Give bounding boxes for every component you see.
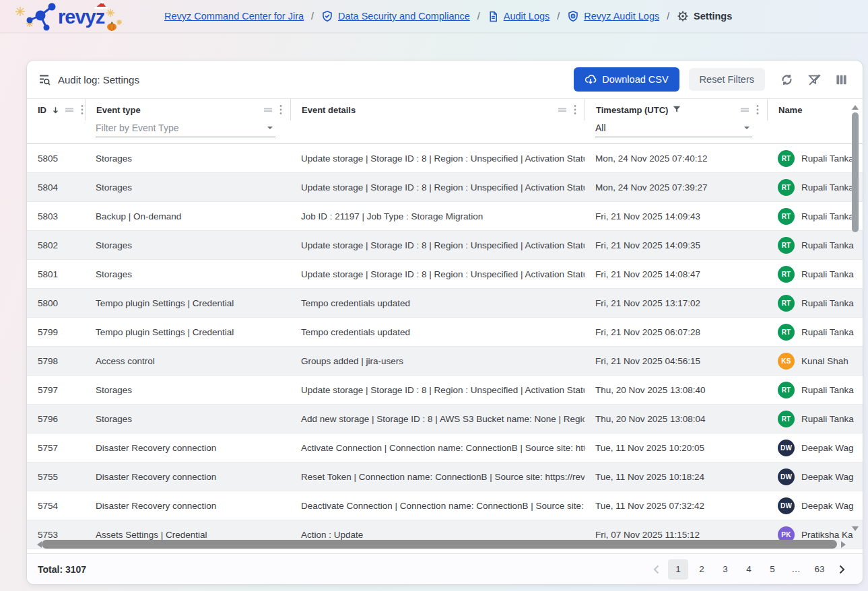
row-event-details: Groups added | jira-users [290,356,585,366]
table-row[interactable]: 5755 Disaster Recovery connection Reset … [27,462,863,491]
vertical-scrollbar[interactable] [850,102,859,534]
vertical-scrollbar-thumb[interactable] [852,112,859,232]
row-event-type: Tempo plugin Settings | Credential [85,327,290,337]
breadcrumb-link[interactable]: Revyz Audit Logs [584,11,659,22]
scroll-down-arrow-icon[interactable] [852,526,859,534]
total-count: Total: 3107 [38,564,86,575]
row-user-name: Pratiksha Ka [801,530,853,540]
filter-cell-name [767,120,863,121]
drag-handle-icon[interactable] [263,106,273,113]
column-menu-icon[interactable] [279,104,282,115]
table-row[interactable]: 5803 Backup | On-demand Job ID : 21197 |… [27,202,863,231]
column-menu-icon[interactable] [756,104,759,115]
table-body: 5805 Storages Update storage | Storage I… [27,144,863,549]
column-header-name[interactable]: Name [767,99,863,120]
row-event-details: Deactivate Connection | Connection name:… [290,501,585,511]
page-button[interactable]: 4 [739,559,759,580]
reset-filters-button[interactable]: Reset Filters [689,68,765,91]
row-timestamp: Mon, 24 Nov 2025 07:39:27 [585,182,767,193]
breadcrumb-link[interactable]: Audit Logs [504,11,550,22]
scroll-right-arrow-icon[interactable] [841,541,849,548]
document-icon [488,11,499,22]
scroll-left-arrow-icon[interactable] [34,541,42,548]
table-row[interactable]: 5796 Storages Add new storage | Storage … [27,405,863,433]
row-id: 5805 [27,153,85,164]
drag-handle-icon[interactable] [740,106,749,113]
table-row[interactable]: 5798 Access control Groups added | jira-… [27,347,863,376]
chevron-down-icon[interactable] [267,127,273,132]
column-view-icon[interactable] [835,73,848,86]
table-row[interactable]: 5799 Tempo plugin Settings | Credential … [27,318,863,347]
column-header-timestamp[interactable]: Timestamp (UTC) [585,99,767,120]
scroll-up-arrow-icon[interactable] [852,102,859,110]
breadcrumb-link[interactable]: Data Security and Compliance [338,11,470,22]
row-user-name: Rupali Tanka [801,240,854,250]
drag-handle-icon[interactable] [65,106,74,113]
table-row[interactable]: 5805 Storages Update storage | Storage I… [27,144,863,173]
row-event-type: Disaster Recovery connection [85,443,290,453]
row-event-type: Storages [85,385,290,395]
breadcrumb-item-command-center[interactable]: Revyz Command Center for Jira [164,11,304,22]
download-csv-button[interactable]: Download CSV [574,67,679,92]
logo-wordmark: revyz [58,6,105,28]
table-row[interactable]: 5801 Storages Update storage | Storage I… [27,260,863,289]
page-button[interactable]: 5 [762,559,782,580]
event-type-filter[interactable] [96,121,275,137]
table-row[interactable]: 5754 Disaster Recovery connection Deacti… [27,491,863,520]
row-id: 5798 [27,356,85,366]
drag-handle-icon[interactable] [558,106,567,113]
row-event-details: Job ID : 21197 | Job Type : Storage Migr… [290,211,585,221]
breadcrumb-link[interactable]: Revyz Command Center for Jira [164,11,304,22]
page-button[interactable]: … [786,559,806,580]
table-row[interactable]: 5797 Storages Update storage | Storage I… [27,376,863,405]
page-title: Audit log: Settings [58,74,139,85]
row-event-type: Disaster Recovery connection [85,472,290,482]
table-row[interactable]: 5804 Storages Update storage | Storage I… [27,173,863,202]
row-name-cell: RT Rupali Tanka [767,208,863,225]
reset-filters-label: Reset Filters [700,74,754,85]
gear-icon [677,10,689,22]
column-menu-icon[interactable] [81,104,84,115]
shield-check-icon [321,10,333,22]
breadcrumb-item-revyz-audit-logs[interactable]: Revyz Audit Logs [567,10,659,22]
row-event-type: Disaster Recovery connection [85,501,290,511]
santa-hat-decoration [94,1,108,9]
column-controls [740,104,759,115]
avatar: RT [778,382,795,398]
row-event-details: Add new storage | Storage ID : 8 | AWS S… [290,414,585,424]
chevron-down-icon[interactable] [744,127,749,132]
column-header-event-type[interactable]: Event type [85,99,290,120]
row-event-type: Storages [85,153,290,164]
next-page-button[interactable] [833,559,850,580]
breadcrumb-item-audit-logs[interactable]: Audit Logs [488,11,550,22]
horizontal-scrollbar[interactable] [34,540,840,549]
row-timestamp: Fri, 21 Nov 2025 14:08:47 [585,269,767,279]
page-button[interactable]: 2 [692,559,712,580]
table-row[interactable]: 5800 Tempo plugin Settings | Credential … [27,289,863,318]
row-event-type: Access control [85,356,290,366]
table-row[interactable]: 5802 Storages Update storage | Storage I… [27,231,863,260]
breadcrumb-current-label: Settings [694,11,732,22]
table-row[interactable]: 5757 Disaster Recovery connection Activa… [27,433,863,462]
column-header-event-details[interactable]: Event details [290,99,585,120]
breadcrumb-item-data-security[interactable]: Data Security and Compliance [321,10,470,22]
header-label-row: ID Event type [27,99,863,120]
sort-desc-icon[interactable] [51,106,60,114]
avatar: DW [778,440,795,456]
previous-page-button[interactable] [647,559,665,580]
event-type-filter-input[interactable] [96,123,263,133]
row-event-type: Backup | On-demand [85,211,290,221]
refresh-icon[interactable] [780,73,794,87]
page-button[interactable]: 1 [668,559,688,580]
column-header-id[interactable]: ID [27,99,85,120]
filter-slash-icon[interactable] [807,73,822,87]
cloud-download-icon [585,73,597,85]
column-menu-icon[interactable] [574,104,576,115]
filter-funnel-icon[interactable] [673,106,681,114]
row-timestamp: Thu, 20 Nov 2025 13:08:04 [585,414,767,424]
row-name-cell: DW Deepak Wag [767,468,863,485]
timestamp-filter-select[interactable]: All [595,121,752,137]
horizontal-scrollbar-thumb[interactable] [42,540,837,549]
page-button[interactable]: 63 [809,559,830,580]
page-button[interactable]: 3 [715,559,735,580]
